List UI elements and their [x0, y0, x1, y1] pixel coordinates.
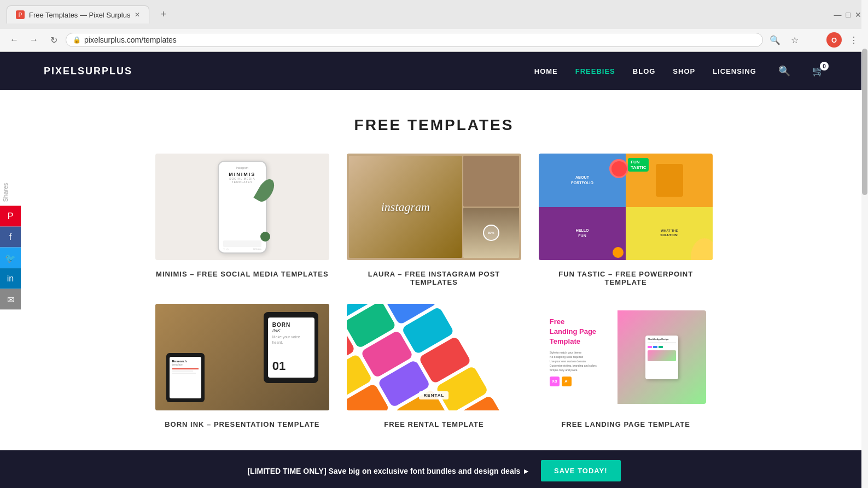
- browser-right-controls: 🔍 ☆ O ⋮: [767, 32, 861, 48]
- tab-favicon: P: [16, 10, 25, 19]
- bottom-banner: [LIMITED TIME ONLY] Save big on exclusiv…: [0, 450, 868, 488]
- phone-mockup: Instagram MINIMIS SOCIAL MEDIA TEMPLATES…: [218, 161, 267, 254]
- ft-cell-bottomleft: HELLO FUN: [539, 207, 626, 261]
- page-title-section: FREE TEMPLATES: [0, 90, 868, 154]
- template-thumbnail-bornink: BORN INK Make your voiceheard. 01 Resear…: [155, 304, 330, 410]
- cart-count: 0: [820, 62, 829, 70]
- maximize-button[interactable]: □: [846, 10, 850, 19]
- save-today-button[interactable]: SAVE TODAY!: [541, 460, 620, 481]
- site-header: PIXELSURPLUS HOME FREEBIES BLOG SHOP LIC…: [0, 52, 868, 90]
- template-thumbnail-minimis: Instagram MINIMIS SOCIAL MEDIA TEMPLATES…: [155, 154, 330, 260]
- template-card-minimis[interactable]: Instagram MINIMIS SOCIAL MEDIA TEMPLATES…: [155, 154, 330, 286]
- template-thumbnail-rental: RENTAL: [347, 304, 521, 410]
- template-card-laura[interactable]: instagram 30% LAURA – FREE INSTAGRAM POS…: [347, 154, 521, 286]
- template-grid: Instagram MINIMIS SOCIAL MEDIA TEMPLATES…: [133, 154, 735, 450]
- banner-arrow: ►: [522, 467, 530, 475]
- tab-title: Free Templates — Pixel Surplus: [29, 11, 130, 19]
- tab-close-button[interactable]: ✕: [135, 11, 140, 19]
- browser-chrome: P Free Templates — Pixel Surplus ✕ + — □…: [0, 0, 868, 52]
- site-nav: HOME FREEBIES BLOG SHOP LICENSING 🔍 🛒 0: [534, 65, 824, 77]
- refresh-button[interactable]: ↻: [46, 32, 61, 48]
- browser-tab[interactable]: P Free Templates — Pixel Surplus ✕: [7, 5, 149, 23]
- nav-blog[interactable]: BLOG: [633, 67, 656, 75]
- browser-profile-icon[interactable]: [807, 32, 822, 48]
- landing-icons-row: Xd Ai: [550, 377, 702, 386]
- email-button[interactable]: ✉: [0, 289, 21, 310]
- ft-cell-bottomright: WHAT THE SOLUTION!: [626, 207, 713, 261]
- lock-icon: 🔒: [73, 36, 81, 44]
- address-bar[interactable]: 🔒 pixelsurplus.com/templates: [66, 33, 763, 47]
- template-name-funtastic: FUN TASTIC – FREE POWERPOINT TEMPLATE: [539, 270, 713, 286]
- new-tab-button[interactable]: +: [154, 4, 173, 25]
- template-card-funtastic[interactable]: ABOUT PORTFOLIO FUN TASTIC: [539, 154, 713, 286]
- template-card-rental[interactable]: RENTAL FREE RENTAL TEMPLATE: [347, 304, 521, 428]
- linkedin-button[interactable]: in: [0, 268, 21, 289]
- template-name-landing: FREE LANDING PAGE TEMPLATE: [561, 420, 690, 428]
- banner-text: [LIMITED TIME ONLY] Save big on exclusiv…: [247, 467, 530, 475]
- shares-label: Shares: [0, 178, 21, 206]
- template-name-rental: FREE RENTAL TEMPLATE: [384, 420, 484, 428]
- template-thumbnail-landing: Free Landing Page Template Style to matc…: [539, 304, 713, 410]
- twitter-button[interactable]: 🐦: [0, 248, 21, 268]
- scrollbar-thumb[interactable]: [862, 49, 867, 195]
- laura-side2: 30%: [463, 208, 519, 258]
- page-title: FREE TEMPLATES: [0, 116, 868, 134]
- browser-addressbar-row: ← → ↻ 🔒 pixelsurplus.com/templates 🔍 ☆ O…: [0, 29, 868, 51]
- back-button[interactable]: ←: [7, 32, 22, 48]
- template-name-minimis: MINIMIS – FREE SOCIAL MEDIA TEMPLATES: [156, 270, 329, 278]
- url-text: pixelsurplus.com/templates: [84, 36, 756, 44]
- nav-licensing[interactable]: LICENSING: [713, 67, 756, 75]
- ft-cell-topright: FUN TASTIC: [626, 154, 713, 207]
- browser-titlebar: P Free Templates — Pixel Surplus ✕ + — □…: [0, 0, 868, 29]
- minimize-button[interactable]: —: [834, 10, 842, 19]
- browser-menu-icon[interactable]: ⋮: [846, 32, 861, 48]
- nav-shop[interactable]: SHOP: [673, 67, 695, 75]
- site-logo[interactable]: PIXELSURPLUS: [44, 66, 132, 77]
- template-thumbnail-laura: instagram 30%: [347, 154, 521, 260]
- search-icon[interactable]: 🔍: [778, 65, 790, 77]
- forward-button[interactable]: →: [26, 32, 42, 48]
- pinterest-button[interactable]: P: [0, 206, 21, 227]
- window-controls: — □ ✕: [834, 10, 861, 19]
- template-name-bornink: BORN INK – PRESENTATION TEMPLATE: [165, 420, 319, 428]
- laura-main-cell: instagram: [349, 156, 462, 258]
- ai-icon: Ai: [562, 377, 572, 386]
- landing-title: Free Landing Page Template: [550, 317, 702, 347]
- facebook-button[interactable]: f: [0, 227, 21, 248]
- template-name-laura: LAURA – FREE INSTAGRAM POST TEMPLATES: [347, 270, 521, 286]
- cart-wrapper: 🛒 0: [808, 65, 824, 77]
- laura-side1: [463, 156, 519, 207]
- close-window-button[interactable]: ✕: [855, 10, 861, 19]
- landing-body-text: Style to match your theme No designing s…: [550, 350, 702, 372]
- xd-icon: Xd: [550, 377, 560, 386]
- nav-freebies[interactable]: FREEBIES: [575, 67, 615, 75]
- scrollbar-track: [861, 0, 868, 488]
- profile-avatar[interactable]: O: [826, 32, 842, 48]
- ft-cell-topleft: ABOUT PORTFOLIO: [539, 154, 626, 207]
- social-sidebar: Shares P f 🐦 in ✉: [0, 178, 21, 310]
- laura-badge: 30%: [483, 225, 499, 241]
- browser-search-icon[interactable]: 🔍: [767, 32, 783, 48]
- browser-bookmark-icon[interactable]: ☆: [787, 32, 802, 48]
- template-thumbnail-funtastic: ABOUT PORTFOLIO FUN TASTIC: [539, 154, 713, 260]
- template-card-bornink[interactable]: BORN INK Make your voiceheard. 01 Resear…: [155, 304, 330, 428]
- nav-home[interactable]: HOME: [534, 67, 558, 75]
- template-card-landing[interactable]: Free Landing Page Template Style to matc…: [539, 304, 713, 428]
- main-content: FREE TEMPLATES Instagram MINIMIS SOCIAL …: [0, 90, 868, 450]
